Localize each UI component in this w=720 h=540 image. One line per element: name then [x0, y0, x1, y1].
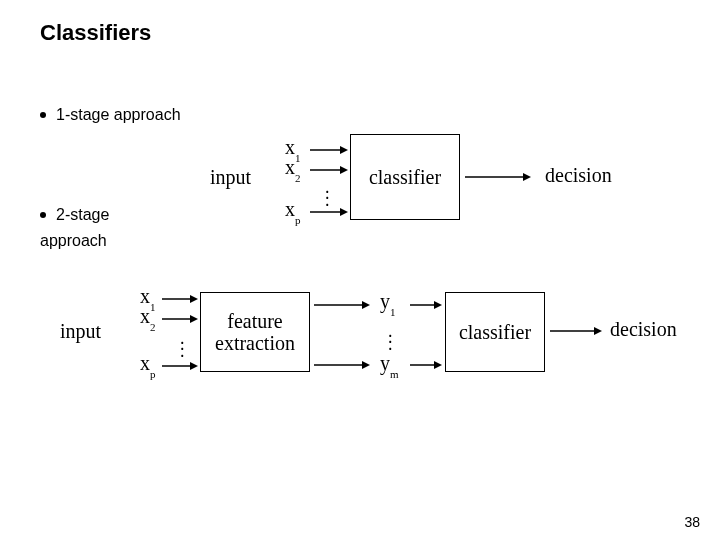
xp-label-2: xp — [140, 352, 156, 377]
arrow-icon — [162, 361, 202, 371]
decision-label-2: decision — [610, 318, 677, 341]
arrow-icon — [314, 300, 374, 310]
arrow-icon — [410, 300, 445, 310]
svg-marker-5 — [340, 208, 348, 216]
arrow-icon — [310, 165, 350, 175]
svg-marker-11 — [190, 315, 198, 323]
svg-marker-21 — [434, 361, 442, 369]
svg-marker-3 — [340, 166, 348, 174]
arrow-icon — [310, 207, 350, 217]
classifier-box-2: classifier — [445, 292, 545, 372]
arrow-icon — [465, 172, 535, 182]
ym-label: ym — [380, 352, 399, 377]
arrow-icon — [314, 360, 374, 370]
arrow-icon — [162, 294, 202, 304]
svg-marker-13 — [190, 362, 198, 370]
arrow-icon — [410, 360, 445, 370]
bullet-dot-icon — [40, 212, 46, 218]
page-title: Classifiers — [40, 20, 680, 46]
decision-label-1: decision — [545, 164, 612, 187]
svg-marker-1 — [340, 146, 348, 154]
bullet-1-label: 1-stage approach — [56, 106, 181, 124]
vdots-3: ... — [388, 328, 393, 347]
bullet-1-stage: 1-stage approach — [40, 106, 680, 124]
svg-marker-23 — [594, 327, 602, 335]
classifier-box-1: classifier — [350, 134, 460, 220]
vdots-2: ... — [180, 335, 185, 354]
bullet-dot-icon — [40, 112, 46, 118]
x2-label-2: x2 — [140, 305, 156, 330]
arrow-icon — [550, 326, 605, 336]
y1-label: y1 — [380, 290, 396, 315]
diagram-1-stage: input x1 x2 ... xp classifier — [100, 136, 680, 246]
svg-marker-17 — [362, 361, 370, 369]
xp-label: xp — [285, 198, 301, 223]
svg-marker-7 — [523, 173, 531, 181]
svg-marker-9 — [190, 295, 198, 303]
vdots-1: ... — [325, 184, 330, 203]
input-label-2: input — [60, 320, 101, 343]
svg-marker-19 — [434, 301, 442, 309]
arrow-icon — [310, 145, 350, 155]
arrow-icon — [162, 314, 202, 324]
feature-extraction-box: feature extraction — [200, 292, 310, 372]
input-label-1: input — [210, 166, 251, 189]
x2-label: x2 — [285, 156, 301, 181]
page-number: 38 — [684, 514, 700, 530]
svg-marker-15 — [362, 301, 370, 309]
diagram-2-stage: input x1 x2 ... xp feature extraction — [40, 280, 680, 410]
